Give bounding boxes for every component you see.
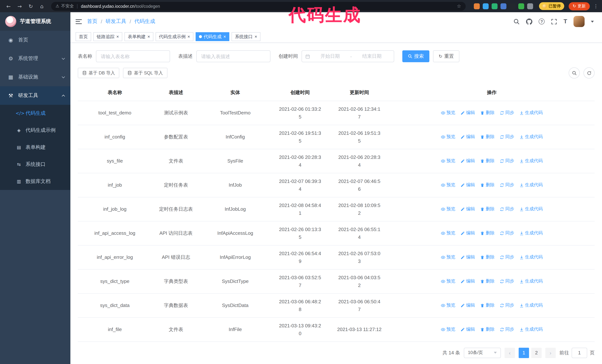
extension-grey-icon[interactable]	[527, 3, 533, 9]
hamburger-icon[interactable]	[75, 19, 82, 24]
preview-link[interactable]: 预览	[441, 157, 455, 165]
fullscreen-icon[interactable]	[551, 18, 557, 25]
extension-green-icon[interactable]	[492, 3, 497, 9]
edit-link[interactable]: 编辑	[461, 253, 475, 261]
refresh-button[interactable]	[583, 67, 595, 79]
caret-down-icon[interactable]	[591, 21, 594, 22]
avatar[interactable]	[573, 16, 585, 27]
address-bar[interactable]: ⚠ 不安全 dashboard.yudao.iocoder.cn/tool/co…	[51, 2, 466, 10]
edit-link[interactable]: 编辑	[461, 157, 475, 165]
preview-link[interactable]: 预览	[441, 302, 455, 309]
sync-link[interactable]: 同步	[500, 205, 514, 213]
delete-link[interactable]: 删除	[480, 229, 494, 237]
reset-button[interactable]: ↻ 重置	[433, 50, 459, 62]
sidebar-item-infra[interactable]: ▦基础设施	[0, 68, 70, 86]
back-icon[interactable]: ←	[4, 3, 13, 9]
sync-link[interactable]: 同步	[500, 181, 514, 189]
sync-link[interactable]: 同步	[500, 277, 514, 285]
sync-link[interactable]: 同步	[500, 253, 514, 261]
edit-link[interactable]: 编辑	[461, 109, 475, 117]
goto-page-input[interactable]	[572, 348, 587, 358]
start-date-placeholder[interactable]: 开始日期	[312, 53, 349, 60]
delete-link[interactable]: 删除	[480, 109, 494, 117]
preview-link[interactable]: 预览	[441, 109, 455, 117]
sync-link[interactable]: 同步	[500, 109, 514, 117]
delete-link[interactable]: 删除	[480, 181, 494, 189]
generate-code-link[interactable]: 生成代码	[519, 133, 543, 141]
delete-link[interactable]: 删除	[480, 302, 494, 309]
generate-code-link[interactable]: 生成代码	[519, 277, 543, 285]
sidebar-item-codegen-example[interactable]: ◈代码生成示例	[0, 122, 70, 139]
close-icon[interactable]: ×	[116, 34, 119, 39]
generate-code-link[interactable]: 生成代码	[519, 325, 543, 333]
prev-page-button[interactable]: ‹	[505, 348, 515, 358]
extension-leaf-icon[interactable]	[518, 3, 524, 9]
end-date-placeholder[interactable]: 结束日期	[353, 53, 390, 60]
tab-form-builder[interactable]: 表单构建×	[124, 32, 153, 41]
generate-code-link[interactable]: 生成代码	[519, 302, 543, 309]
delete-link[interactable]: 删除	[480, 205, 494, 213]
extension-dark-icon[interactable]	[509, 3, 515, 9]
delete-link[interactable]: 删除	[480, 157, 494, 165]
search-icon[interactable]	[514, 18, 520, 25]
close-icon[interactable]: ×	[255, 34, 257, 39]
edit-link[interactable]: 编辑	[461, 277, 475, 285]
close-icon[interactable]: ×	[223, 34, 226, 39]
preview-link[interactable]: 预览	[441, 325, 455, 333]
table-desc-input[interactable]	[196, 50, 270, 62]
tab-system-api[interactable]: 系统接口×	[232, 32, 260, 41]
import-sql-button[interactable]: 基于 SQL 导入	[123, 68, 167, 78]
edit-link[interactable]: 编辑	[461, 325, 475, 333]
sync-link[interactable]: 同步	[500, 157, 514, 165]
edit-link[interactable]: 编辑	[461, 302, 475, 309]
extension-blue-icon[interactable]	[483, 3, 489, 9]
update-button[interactable]: ↻ 更新	[569, 2, 590, 10]
create-time-range-picker[interactable]: 开始日期 - 结束日期	[301, 50, 394, 62]
home-icon[interactable]: ⌂	[37, 3, 47, 9]
sync-link[interactable]: 同步	[500, 133, 514, 141]
page-size-select[interactable]: 10条/页	[464, 348, 501, 358]
breadcrumb-item[interactable]: 代码生成	[134, 18, 155, 25]
edit-link[interactable]: 编辑	[461, 133, 475, 141]
import-db-button[interactable]: 基于 DB 导入	[78, 68, 119, 78]
edit-link[interactable]: 编辑	[461, 181, 475, 189]
tab-home[interactable]: 首页	[75, 32, 91, 41]
sidebar-item-devtools[interactable]: ⚒研发工具	[0, 86, 70, 105]
table-name-input[interactable]	[96, 50, 170, 62]
close-icon[interactable]: ×	[187, 34, 190, 39]
preview-link[interactable]: 预览	[441, 253, 455, 261]
tab-codegen-example[interactable]: 代码生成示例×	[156, 32, 194, 41]
generate-code-link[interactable]: 生成代码	[519, 205, 543, 213]
tab-tracing[interactable]: 链路追踪×	[93, 32, 122, 41]
generate-code-link[interactable]: 生成代码	[519, 157, 543, 165]
reload-icon[interactable]: ↻	[26, 3, 36, 9]
sidebar-item-form-builder[interactable]: ▤表单构建	[0, 139, 70, 156]
preview-link[interactable]: 预览	[441, 229, 455, 237]
sidebar-item-home[interactable]: ◉首页	[0, 31, 70, 49]
generate-code-link[interactable]: 生成代码	[519, 109, 543, 117]
github-icon[interactable]	[526, 18, 532, 25]
paused-badge[interactable]: 已暂停	[539, 2, 564, 10]
delete-link[interactable]: 删除	[480, 277, 494, 285]
preview-link[interactable]: 预览	[441, 181, 455, 189]
close-icon[interactable]: ×	[147, 34, 150, 39]
delete-link[interactable]: 删除	[480, 253, 494, 261]
generate-code-link[interactable]: 生成代码	[519, 181, 543, 189]
sync-link[interactable]: 同步	[500, 325, 514, 333]
sync-link[interactable]: 同步	[500, 302, 514, 309]
tab-codegen[interactable]: 代码生成×	[196, 32, 229, 41]
edit-link[interactable]: 编辑	[461, 205, 475, 213]
sidebar-item-system-api[interactable]: ⇆系统接口	[0, 156, 70, 173]
delete-link[interactable]: 删除	[480, 133, 494, 141]
forward-icon[interactable]: →	[15, 3, 24, 9]
toggle-search-button[interactable]	[569, 67, 580, 79]
delete-link[interactable]: 删除	[480, 325, 494, 333]
generate-code-link[interactable]: 生成代码	[519, 229, 543, 237]
breadcrumb-item[interactable]: 首页	[87, 18, 97, 25]
sync-link[interactable]: 同步	[500, 229, 514, 237]
sidebar-item-db-doc[interactable]: ▥数据库文档	[0, 173, 70, 190]
preview-link[interactable]: 预览	[441, 133, 455, 141]
sidebar-item-system[interactable]: ⚙系统管理	[0, 49, 70, 68]
chrome-menu-icon[interactable]: ⋮	[593, 3, 598, 9]
page-button-1[interactable]: 1	[519, 348, 529, 358]
